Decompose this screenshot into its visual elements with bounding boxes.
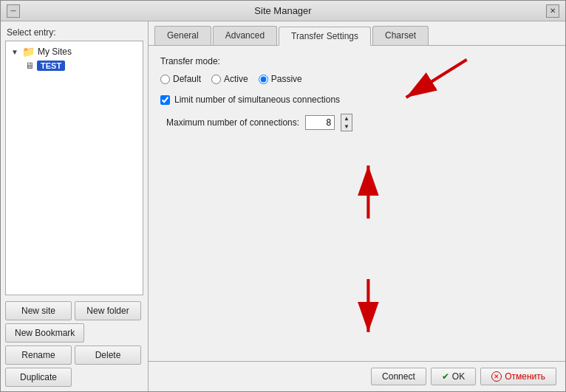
limit-connections-label: Limit number of simultaneous connections <box>174 94 340 105</box>
minimize-button[interactable]: ─ <box>7 4 20 18</box>
transfer-mode-label: Transfer mode: <box>160 56 553 66</box>
tree-view[interactable]: ▼ 📁 My Sites 🖥 TEST <box>5 41 143 295</box>
rename-button[interactable]: Rename <box>5 345 72 365</box>
site-manager-window: ─ Site Manager ✕ Select entry: ▼ 📁 My Si… <box>0 0 566 392</box>
right-panel: General Advanced Transfer Settings Chars… <box>149 21 565 391</box>
max-connections-label: Maximum number of connections: <box>166 117 299 128</box>
mode-active-radio[interactable] <box>211 75 221 84</box>
tab-transfer-settings[interactable]: Transfer Settings <box>279 27 371 46</box>
tree-children: 🖥 TEST <box>9 59 140 72</box>
select-entry-label: Select entry: <box>1 21 148 41</box>
test-site-badge: TEST <box>37 61 65 71</box>
new-folder-button[interactable]: New folder <box>75 301 141 320</box>
mode-passive-radio[interactable] <box>259 75 268 84</box>
max-connections-input[interactable] <box>305 115 335 130</box>
tab-charset[interactable]: Charset <box>372 26 429 45</box>
action-bar: Connect ✔ OK ✕ Отменить <box>149 361 565 391</box>
limit-connections-checkbox[interactable] <box>160 95 170 105</box>
spin-up-icon[interactable]: ▲ <box>341 114 352 123</box>
folder-icon: 📁 <box>22 46 35 58</box>
max-connections-spinner[interactable]: ▲ ▼ <box>341 114 352 131</box>
test-site-item[interactable]: 🖥 TEST <box>24 59 140 72</box>
title-bar: ─ Site Manager ✕ <box>1 1 565 21</box>
left-panel: Select entry: ▼ 📁 My Sites 🖥 TEST New si… <box>1 21 149 391</box>
mode-default-radio[interactable] <box>160 75 170 84</box>
connect-button[interactable]: Connect <box>371 368 426 385</box>
max-connections-row: Maximum number of connections: ▲ ▼ <box>166 114 553 131</box>
delete-button[interactable]: Delete <box>75 345 141 365</box>
mode-default-option[interactable]: Default <box>160 74 201 84</box>
transfer-mode-group: Default Active Passive <box>160 74 553 84</box>
mode-active-option[interactable]: Active <box>211 74 248 84</box>
annotation-arrows <box>149 46 565 361</box>
ok-icon: ✔ <box>442 371 449 382</box>
cancel-icon: ✕ <box>491 371 502 382</box>
new-bookmark-button[interactable]: New Bookmark <box>5 323 84 343</box>
left-panel-buttons: New site New folder New Bookmark Rename … <box>1 298 148 391</box>
transfer-settings-content: Transfer mode: Default Active Passive <box>149 46 565 361</box>
tab-general[interactable]: General <box>154 26 211 45</box>
spin-down-icon[interactable]: ▼ <box>341 123 352 131</box>
tab-advanced[interactable]: Advanced <box>213 26 277 45</box>
tree-expand-icon[interactable]: ▼ <box>10 48 19 56</box>
site-icon: 🖥 <box>25 61 34 71</box>
window-title: Site Manager <box>51 5 515 16</box>
window-content: Select entry: ▼ 📁 My Sites 🖥 TEST New si… <box>1 21 565 391</box>
limit-connections-row: Limit number of simultaneous connections <box>160 94 553 105</box>
mode-passive-option[interactable]: Passive <box>259 74 302 84</box>
close-button[interactable]: ✕ <box>546 4 559 18</box>
new-site-button[interactable]: New site <box>5 301 72 320</box>
tabs-bar: General Advanced Transfer Settings Chars… <box>149 21 565 46</box>
duplicate-button[interactable]: Duplicate <box>5 368 72 387</box>
cancel-button[interactable]: ✕ Отменить <box>480 368 556 385</box>
ok-button[interactable]: ✔ OK <box>431 368 476 385</box>
my-sites-label: My Sites <box>38 47 72 57</box>
tree-root-item[interactable]: ▼ 📁 My Sites <box>9 44 140 59</box>
